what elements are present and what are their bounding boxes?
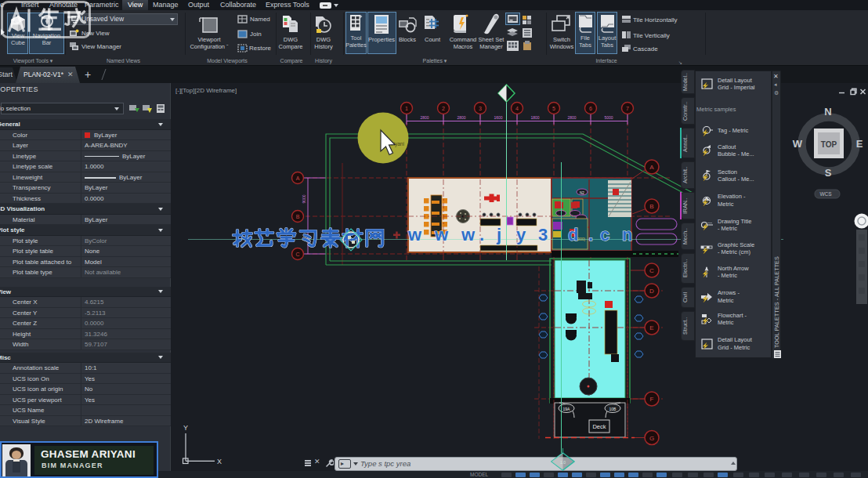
- svg-text:E: E: [856, 138, 863, 150]
- svg-text:5000: 5000: [604, 115, 613, 120]
- svg-text:1600: 1600: [494, 115, 502, 120]
- svg-text:d: d: [568, 225, 578, 244]
- svg-text:B: B: [649, 203, 653, 210]
- svg-text:9000: 9000: [302, 194, 306, 203]
- svg-text:10B: 10B: [609, 407, 617, 411]
- svg-text:N2: N2: [580, 191, 584, 195]
- svg-text:E: E: [649, 324, 653, 331]
- svg-text:.: .: [479, 225, 484, 244]
- svg-text:6: 6: [589, 106, 592, 111]
- svg-text:1800: 1800: [530, 115, 539, 120]
- svg-text:.: .: [588, 225, 593, 244]
- svg-text:S: S: [825, 167, 832, 179]
- svg-text:7: 7: [626, 106, 629, 111]
- svg-text:2800: 2800: [457, 115, 465, 120]
- svg-text:W: W: [793, 138, 803, 150]
- svg-text:A: A: [296, 176, 300, 181]
- svg-text:Y: Y: [183, 424, 188, 432]
- svg-text:w: w: [434, 225, 449, 244]
- svg-text:2800: 2800: [420, 115, 429, 120]
- svg-text:3: 3: [538, 225, 548, 244]
- svg-text:2800: 2800: [567, 115, 576, 120]
- svg-text:n: n: [622, 225, 632, 244]
- svg-text:D: D: [649, 288, 654, 295]
- svg-text:C: C: [649, 267, 654, 274]
- svg-text:2: 2: [442, 106, 445, 111]
- svg-text:1.0: 1.0: [560, 460, 566, 465]
- svg-text:WCS: WCS: [819, 191, 832, 197]
- svg-text:TOP: TOP: [821, 140, 837, 149]
- svg-text:A: A: [649, 164, 654, 171]
- svg-text:F: F: [650, 396, 654, 403]
- svg-text:y: y: [516, 225, 526, 244]
- svg-text:X: X: [217, 458, 222, 465]
- svg-text:19A: 19A: [563, 407, 571, 411]
- svg-text:4: 4: [515, 106, 519, 111]
- svg-text:c: c: [600, 225, 609, 244]
- svg-text:[-][Top][2D Wireframe]: [-][Top][2D Wireframe]: [175, 87, 237, 94]
- svg-text:j: j: [496, 225, 501, 244]
- svg-text:w: w: [407, 225, 422, 244]
- svg-text:5: 5: [552, 106, 555, 111]
- svg-text:B: B: [296, 214, 300, 219]
- svg-text:1: 1: [405, 106, 408, 111]
- svg-text:N: N: [824, 106, 831, 118]
- svg-text:G: G: [649, 435, 654, 442]
- svg-text:3: 3: [479, 106, 482, 111]
- svg-text:C: C: [295, 252, 299, 257]
- svg-text:Deck: Deck: [592, 423, 606, 430]
- svg-text:w: w: [461, 225, 476, 244]
